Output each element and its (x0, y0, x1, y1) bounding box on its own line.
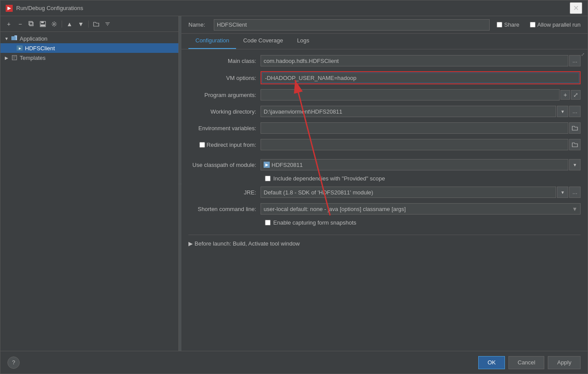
svg-rect-1 (29, 21, 32, 25)
parallel-checkbox-label[interactable]: Allow parallel run (530, 21, 581, 28)
app-icon: ▶ (6, 5, 13, 12)
enable-snapshots-label: Enable capturing form snapshots (273, 219, 356, 226)
ok-button[interactable]: OK (478, 356, 505, 369)
vm-options-row: VM options: ⤢ (188, 71, 581, 84)
right-panel: Name: Share Allow parallel run Configura… (181, 16, 588, 351)
redirect-row: Redirect input from: (188, 139, 581, 151)
before-launch-label: Before launch: Build, Activate tool wind… (195, 240, 300, 247)
save-config-button[interactable] (38, 19, 48, 29)
env-vars-input[interactable] (261, 122, 568, 134)
hdfs-icon: ▶ (16, 45, 23, 52)
share-checkbox-label[interactable]: Share (497, 21, 519, 28)
shorten-label: Shorten command line: (188, 206, 261, 212)
module-dropdown-button[interactable]: ▼ (569, 159, 581, 170)
name-row: Name: Share Allow parallel run (181, 16, 588, 34)
svg-rect-4 (41, 24, 45, 26)
hdfs-client-label: HDFSClient (25, 45, 55, 52)
name-label: Name: (188, 21, 210, 28)
vm-options-input[interactable] (262, 73, 579, 83)
title-bar: ▶ Run/Debug Configurations ✕ (0, 0, 588, 16)
apply-button[interactable]: Apply (548, 356, 581, 369)
config-content: Main class: … VM options: ⤢ (181, 49, 588, 351)
module-label: Use classpath of module: (188, 162, 261, 168)
program-args-row: Program arguments: + ⤢ (188, 89, 581, 101)
toolbar-separator2 (88, 21, 89, 28)
settings-button[interactable] (49, 19, 59, 29)
expand-args-button[interactable]: ⤢ (571, 90, 581, 100)
dialog: ▶ Run/Debug Configurations ✕ + − (0, 0, 588, 374)
button-bar: ? OK Cancel Apply (0, 351, 588, 374)
toolbar: + − (0, 16, 178, 32)
program-args-label: Program arguments: (188, 92, 261, 98)
share-row: Share Allow parallel run (497, 21, 581, 28)
redirect-input[interactable] (261, 139, 568, 150)
redirect-browse-button[interactable] (569, 139, 581, 150)
vm-options-label: VM options: (188, 75, 261, 81)
tab-configuration[interactable]: Configuration (188, 34, 236, 49)
tab-code-coverage[interactable]: Code Coverage (236, 34, 290, 49)
working-dir-label: Working directory: (188, 108, 261, 115)
templates-label: Templates (20, 55, 45, 61)
title-bar-left: ▶ Run/Debug Configurations (6, 5, 83, 12)
help-button[interactable]: ? (7, 357, 20, 369)
dialog-title: Run/Debug Configurations (16, 5, 83, 11)
tree-hdfs-client[interactable]: ▶ HDFSClient (0, 43, 178, 53)
working-dir-row: Working directory: ▼ … (188, 105, 581, 118)
enable-snapshots-row: Enable capturing form snapshots (265, 219, 581, 226)
main-content: + − (0, 16, 588, 351)
remove-config-button[interactable]: − (15, 19, 25, 29)
svg-rect-3 (41, 21, 44, 23)
config-area: Main class: … VM options: ⤢ (181, 49, 588, 351)
jre-input[interactable] (261, 187, 556, 198)
env-vars-label: Environment variables: (188, 125, 261, 132)
redirect-checkbox[interactable] (199, 142, 205, 148)
redirect-label: Redirect input from: (188, 142, 261, 148)
env-vars-browse-button[interactable] (569, 122, 581, 134)
before-launch-header[interactable]: ▶ Before launch: Build, Activate tool wi… (188, 239, 581, 249)
move-up-button[interactable]: ▲ (65, 19, 74, 29)
app-chevron: ▼ (4, 36, 9, 41)
enable-snapshots-checkbox[interactable] (265, 220, 271, 225)
tab-logs[interactable]: Logs (290, 34, 316, 49)
vm-expand-button[interactable]: ⤢ (579, 50, 587, 58)
env-vars-row: Environment variables: (188, 122, 581, 134)
jre-label: JRE: (188, 189, 261, 196)
move-down-button[interactable]: ▼ (76, 19, 86, 29)
working-dir-browse-button[interactable]: … (569, 106, 581, 117)
tabs-row: Configuration Code Coverage Logs (181, 34, 588, 49)
program-args-input[interactable] (261, 89, 560, 100)
jre-dropdown-button[interactable]: ▼ (557, 187, 568, 198)
application-label: Application (20, 35, 48, 42)
parallel-label: Allow parallel run (537, 21, 581, 28)
spacer (188, 155, 581, 159)
module-icon: ▶ (264, 162, 270, 168)
templates-chevron: ▶ (4, 55, 9, 60)
left-panel: + − (0, 16, 179, 351)
cancel-button[interactable]: Cancel (508, 356, 544, 369)
svg-rect-6 (11, 36, 16, 40)
add-config-button[interactable]: + (4, 19, 14, 29)
module-value: ▶ HDFS20811 (261, 159, 568, 170)
share-checkbox[interactable] (497, 22, 502, 28)
copy-config-button[interactable] (27, 19, 36, 29)
main-class-input[interactable] (261, 55, 568, 66)
toolbar-separator (62, 21, 62, 28)
shorten-select[interactable]: user-local default: none - java [options… (261, 203, 581, 215)
folder-button[interactable] (91, 19, 101, 29)
include-deps-checkbox[interactable] (265, 176, 271, 181)
parallel-checkbox[interactable] (530, 22, 536, 28)
add-args-button[interactable]: + (560, 90, 570, 100)
module-row: Use classpath of module: ▶ HDFS20811 ▼ (188, 159, 581, 171)
before-launch-section: ▶ Before launch: Build, Activate tool wi… (188, 235, 581, 249)
application-icon (11, 35, 18, 42)
tree-templates[interactable]: ▶ Templates (0, 53, 178, 62)
name-input[interactable] (214, 19, 490, 31)
templates-icon (11, 54, 18, 61)
close-button[interactable]: ✕ (570, 2, 582, 14)
working-dir-dropdown-button[interactable]: ▼ (557, 106, 568, 117)
module-select-container: ▶ HDFS20811 ▼ (261, 159, 581, 170)
working-dir-input[interactable] (261, 106, 556, 117)
jre-browse-button[interactable]: … (569, 187, 581, 198)
tree-application[interactable]: ▼ Application (0, 34, 178, 43)
sort-button[interactable] (103, 19, 112, 29)
